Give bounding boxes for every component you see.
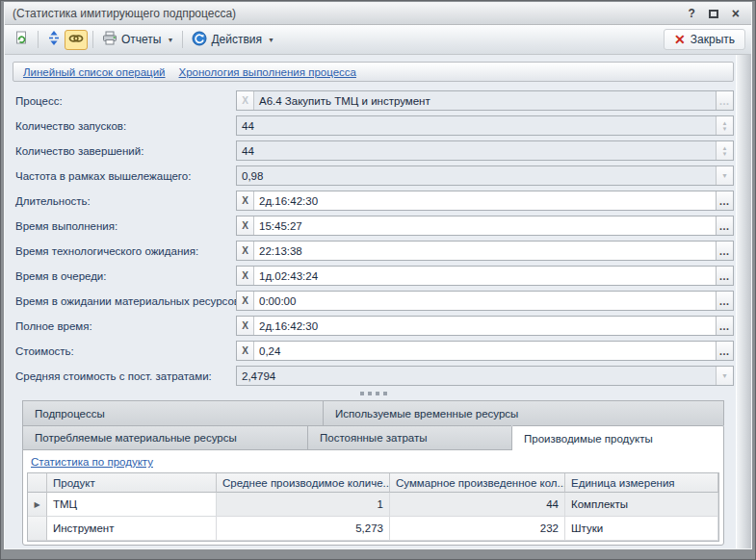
- content: Линейный список операций Хронология выпо…: [5, 55, 736, 548]
- browse-ellipsis-button[interactable]: …: [716, 292, 733, 310]
- clear-field-icon[interactable]: X: [237, 267, 254, 285]
- row-selector-arrow-icon: ▶: [28, 493, 47, 517]
- field-value: 0,24: [254, 342, 716, 360]
- field-label: Длительность:: [13, 195, 236, 207]
- close-button[interactable]: ✕ Закрыть: [664, 29, 745, 50]
- tab-fixed-costs[interactable]: Постоянные затраты: [307, 425, 511, 450]
- clear-field-icon[interactable]: X: [237, 317, 254, 335]
- link-toggle-button[interactable]: [65, 30, 88, 50]
- clear-field-icon[interactable]: X: [237, 191, 254, 210]
- statistics-form: Процесс: X А6.4 Закупить ТМЦ и инструмен…: [13, 90, 734, 386]
- column-header-total-produced[interactable]: Суммарное произведенное кол...: [390, 473, 565, 493]
- material-wait-time-field[interactable]: X 0:00:00 …: [236, 291, 734, 311]
- close-button-label: Закрыть: [691, 33, 735, 46]
- toolbar: Отчеты ▼ Действия ▼ ✕ Закрыть: [5, 25, 751, 55]
- column-header-product[interactable]: Продукт: [47, 473, 217, 493]
- field-value: 1д.02:43:24: [254, 267, 716, 285]
- browse-ellipsis-button[interactable]: …: [716, 191, 733, 210]
- clear-field-icon: X: [237, 91, 254, 110]
- process-field: X А6.4 Закупить ТМЦ и инструмент …: [236, 90, 734, 111]
- field-label: Стоимость:: [13, 345, 236, 357]
- tab-subprocesses[interactable]: Подпроцессы: [22, 400, 323, 425]
- field-label: Время выполнения:: [13, 220, 236, 232]
- refresh-button[interactable]: [11, 29, 33, 50]
- column-header-avg-produced[interactable]: Среднее производимое количе...: [217, 473, 390, 493]
- cell-total-produced[interactable]: 44: [390, 493, 565, 517]
- cell-avg-produced[interactable]: 5,273: [217, 517, 390, 541]
- browse-ellipsis-button[interactable]: …: [716, 216, 733, 235]
- window-body: (Статистика имитирующего подпроцесса) ? …: [5, 3, 751, 548]
- form-row-material-wait-time: Время в ожидании материальных ресурсов: …: [13, 291, 734, 311]
- form-row-cost: Стоимость: X 0,24 …: [13, 341, 734, 361]
- fit-height-button[interactable]: [43, 29, 65, 50]
- column-header-unit[interactable]: Единица измерения: [565, 473, 718, 493]
- field-value: 0:00:00: [254, 292, 716, 310]
- help-icon[interactable]: ?: [688, 7, 694, 20]
- queue-time-field[interactable]: X 1д.02:43:24 …: [236, 266, 734, 286]
- window-title: (Статистика имитирующего подпроцесса): [13, 7, 688, 20]
- cell-product[interactable]: ТМЦ: [47, 493, 217, 517]
- spinner-control: ▲▼: [716, 141, 733, 160]
- execution-time-field[interactable]: X 15:45:27 …: [236, 216, 734, 236]
- browse-ellipsis-button[interactable]: …: [716, 242, 733, 260]
- cell-total-produced[interactable]: 232: [390, 517, 565, 541]
- completion-count-field: 44 ▲▼: [236, 140, 734, 161]
- field-label: Процесс:: [13, 95, 236, 107]
- form-row-completion-count: Количество завершений: 44 ▲▼: [13, 140, 734, 161]
- actions-button-label: Действия: [211, 33, 262, 46]
- full-time-field[interactable]: X 2д.16:42:30 …: [236, 316, 734, 336]
- close-window-icon[interactable]: ×: [732, 9, 740, 18]
- field-label: Время в очереди:: [13, 270, 236, 282]
- frequency-field: 0,98 ▼: [236, 165, 734, 186]
- cell-unit[interactable]: Штуки: [565, 517, 718, 541]
- field-value: 44: [237, 141, 716, 160]
- spinner-control: ▲▼: [716, 116, 733, 135]
- products-table: Продукт Среднее производимое количе... С…: [27, 472, 719, 542]
- table-row[interactable]: Инструмент 5,273 232 Штуки: [28, 517, 718, 541]
- clear-field-icon[interactable]: X: [237, 242, 254, 260]
- table-header-row: Продукт Среднее производимое количе... С…: [28, 473, 718, 493]
- actions-button[interactable]: Действия ▼: [188, 29, 278, 51]
- linear-operation-list-link[interactable]: Линейный список операций: [23, 66, 166, 78]
- browse-ellipsis-button[interactable]: …: [716, 342, 733, 360]
- tab-time-resources[interactable]: Используемые временные ресурсы: [323, 400, 724, 425]
- field-label: Количество запусков:: [13, 120, 236, 132]
- clear-field-icon[interactable]: X: [237, 292, 254, 310]
- cell-unit[interactable]: Комплекты: [565, 493, 718, 517]
- field-label: Полное время:: [13, 320, 236, 332]
- tab-row-1: Подпроцессы Используемые временные ресур…: [13, 400, 734, 425]
- clear-field-icon[interactable]: X: [237, 342, 254, 360]
- form-row-tech-wait-time: Время технологического ожидания: X 22:13…: [13, 241, 734, 261]
- field-label: Частота в рамках вышележащего:: [13, 170, 236, 182]
- actions-icon: [192, 31, 207, 49]
- chevron-down-icon: ▼: [167, 37, 173, 43]
- clear-field-icon[interactable]: X: [237, 216, 254, 235]
- cost-field[interactable]: X 0,24 …: [236, 341, 734, 361]
- cell-product[interactable]: Инструмент: [47, 517, 217, 541]
- browse-ellipsis-button[interactable]: …: [716, 267, 733, 285]
- field-value: 2д.16:42:30: [254, 191, 716, 210]
- tab-material-resources[interactable]: Потребляемые материальные ресурсы: [22, 425, 307, 450]
- chevron-down-icon: ▼: [268, 37, 274, 43]
- close-x-icon: ✕: [674, 34, 686, 45]
- field-value: А6.4 Закупить ТМЦ и инструмент: [254, 91, 716, 110]
- cell-avg-produced[interactable]: 1: [217, 493, 390, 517]
- form-row-process: Процесс: X А6.4 Закупить ТМЦ и инструмен…: [13, 90, 734, 111]
- duration-field[interactable]: X 2д.16:42:30 …: [236, 191, 734, 211]
- refresh-document-icon: [14, 31, 29, 48]
- row-selector-cell: [28, 517, 47, 541]
- tab-row-2: Потребляемые материальные ресурсы Постоя…: [13, 425, 734, 450]
- tab-produced-products[interactable]: Производимые продукты: [511, 425, 724, 450]
- browse-ellipsis-button[interactable]: …: [716, 317, 733, 335]
- app-window: (Статистика имитирующего подпроцесса) ? …: [0, 0, 756, 560]
- process-chronology-link[interactable]: Хронология выполнения процесса: [179, 66, 356, 78]
- field-value: 0,98: [237, 166, 716, 185]
- table-row[interactable]: ▶ ТМЦ 1 44 Комплекты: [28, 493, 718, 517]
- maximize-icon[interactable]: [709, 10, 718, 18]
- toolbar-separator: [182, 31, 183, 48]
- right-gutter: [736, 55, 751, 548]
- horizontal-splitter[interactable]: [13, 386, 734, 400]
- reports-button[interactable]: Отчеты ▼: [98, 29, 177, 50]
- tech-wait-time-field[interactable]: X 22:13:38 …: [236, 241, 734, 261]
- product-statistics-link[interactable]: Статистика по продукту: [31, 456, 153, 468]
